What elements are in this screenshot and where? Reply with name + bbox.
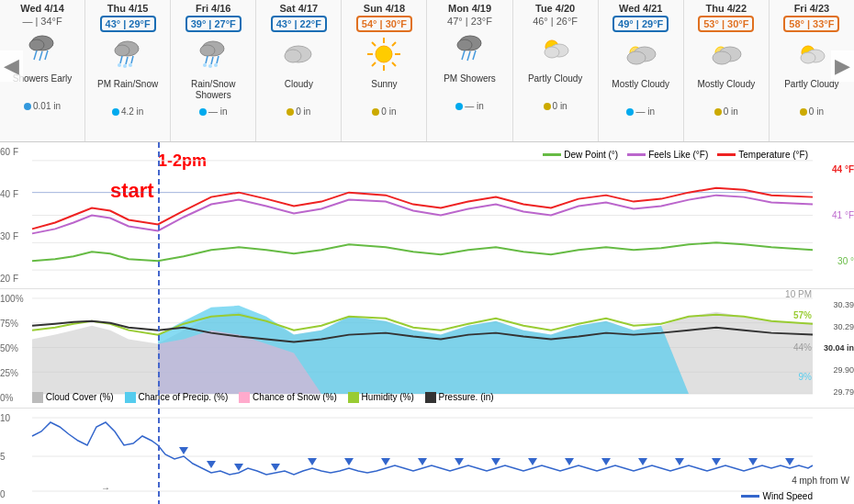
weather-icon-8 (708, 36, 745, 77)
humidity-value: 57% (793, 310, 812, 320)
condition-2: Rain/Snow Showers (173, 79, 253, 105)
temp-chart-svg (0, 142, 854, 288)
temp-line-sample (717, 153, 736, 156)
cloud-value: 44% (793, 342, 812, 353)
precip-amount-9: 0 in (809, 106, 824, 117)
precip-value: 9% (799, 372, 812, 382)
svg-line-17 (217, 56, 219, 63)
day-col-4: Sun 4/18 54° | 30°F Sunny 0 in (342, 0, 427, 141)
svg-point-19 (208, 64, 212, 68)
legend-dewpoint: Dew Point (°) (543, 150, 618, 160)
day-name-2: Fri 4/16 (196, 3, 231, 14)
time-marker-wind (158, 409, 160, 504)
wind-legend: Wind Speed (741, 491, 813, 501)
precip-amount-7: — in (635, 106, 655, 117)
precip-dot-5 (455, 103, 463, 110)
temp-label: Temperature (°F) (738, 150, 808, 160)
precip-dot-6 (544, 103, 551, 110)
day-name-4: Sun 4/18 (364, 3, 405, 14)
weather-icon-1 (109, 36, 146, 77)
temp-right-2: 41 °F (813, 210, 854, 220)
dewpoint-line-sample (543, 153, 561, 156)
pressure-1: 30.39 (813, 300, 854, 309)
day-name-0: Wed 4/14 (20, 3, 64, 14)
svg-point-39 (545, 47, 559, 58)
svg-line-8 (126, 57, 128, 64)
precip-8: 0 in (714, 106, 738, 117)
day-name-7: Wed 4/21 (619, 3, 663, 14)
temp-badge-7: 49° | 29°F (612, 16, 669, 32)
cloud-chart-svg (0, 289, 854, 408)
svg-marker-68 (271, 464, 280, 471)
svg-marker-77 (601, 458, 611, 465)
temp-badge-2: 39° | 27°F (185, 16, 242, 32)
temp-text-5: 47° | 23°F (447, 16, 492, 27)
svg-point-14 (200, 45, 215, 56)
svg-marker-66 (207, 461, 216, 468)
condition-8: Mostly Cloudy (697, 79, 755, 105)
svg-point-33 (457, 39, 472, 50)
svg-marker-80 (712, 458, 721, 465)
svg-point-10 (118, 63, 121, 67)
precip-1: 4.2 in (112, 106, 143, 117)
day-col-1: Thu 4/15 43° | 29°F PM Rain/Snow 4.2 in (85, 0, 171, 141)
prev-arrow[interactable]: ◀ (0, 50, 23, 82)
weather-icon-5 (452, 30, 489, 72)
precip-amount-3: 0 in (296, 106, 310, 117)
condition-1: PM Rain/Snow (97, 79, 158, 105)
cloud-legend: Cloud Cover (%) Chance of Precip. (%) Ch… (32, 392, 813, 403)
svg-marker-71 (381, 458, 390, 465)
precip-amount-2: — in (208, 106, 228, 117)
time-marker-line (158, 142, 160, 288)
precip-dot-2 (199, 108, 207, 116)
precip-6: 0 in (544, 101, 567, 111)
day-col-5: Mon 4/19 47° | 23°F PM Showers — in (427, 0, 512, 141)
dewpoint-label: Dew Point (°) (564, 150, 618, 160)
svg-marker-78 (638, 458, 647, 465)
temp-text-0: — | 34°F (22, 16, 62, 27)
temp-legend: Dew Point (°) Feels Like (°F) Temperatur… (543, 150, 808, 160)
svg-point-23 (376, 46, 392, 62)
svg-marker-72 (418, 458, 427, 465)
legend-humidity: Humidity (%) (348, 392, 414, 403)
svg-point-22 (285, 50, 301, 62)
weather-icon-4 (365, 36, 402, 77)
condition-9: Partly Cloudy (784, 79, 838, 105)
condition-6: Partly Cloudy (528, 73, 582, 99)
precip-dot-4 (372, 108, 379, 116)
temp-text-6: 46° | 26°F (533, 16, 578, 27)
weather-icon-0 (24, 30, 61, 72)
svg-line-3 (39, 51, 42, 61)
precip-dot-9 (800, 108, 807, 116)
precip-3: 0 in (287, 106, 310, 117)
day-name-6: Tue 4/20 (535, 3, 575, 14)
svg-point-12 (129, 63, 132, 67)
weather-icon-9 (793, 36, 830, 77)
svg-line-2 (34, 50, 37, 60)
svg-text:→: → (101, 483, 110, 493)
svg-marker-74 (491, 458, 500, 465)
precip-amount-5: — in (465, 101, 484, 111)
precip-amount-4: 0 in (381, 106, 396, 117)
svg-marker-67 (234, 464, 243, 471)
wind-chart-svg: → (0, 409, 854, 504)
day-name-8: Thu 4/22 (705, 3, 747, 14)
wind-line-sample (741, 495, 759, 498)
precip-0: 0.01 in (24, 101, 61, 111)
precip-dot-8 (714, 108, 722, 116)
svg-point-45 (713, 51, 731, 64)
svg-point-48 (801, 52, 815, 63)
next-arrow[interactable]: ▶ (831, 50, 854, 82)
svg-marker-79 (675, 458, 684, 465)
svg-marker-82 (785, 458, 794, 465)
day-name-9: Fri 4/23 (794, 3, 830, 14)
precip-dot-7 (626, 108, 634, 116)
svg-line-15 (206, 56, 208, 63)
weather-icon-2 (195, 36, 231, 77)
precip-dot-0 (24, 103, 31, 110)
temp-right-3: 30 ° (813, 256, 854, 266)
legend-feellike: Feels Like (°F) (627, 150, 708, 160)
weather-icon-6 (537, 30, 574, 72)
svg-marker-76 (565, 458, 574, 465)
svg-line-16 (211, 57, 213, 64)
